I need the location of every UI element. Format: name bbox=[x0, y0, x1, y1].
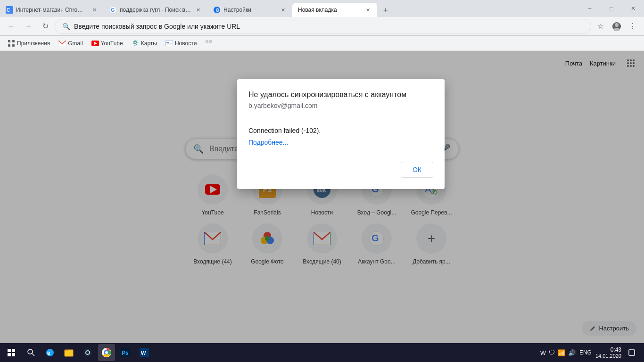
svg-rect-59 bbox=[65, 350, 68, 351]
taskbar-system-icons: W 🛡 📶 🔊 bbox=[540, 349, 576, 356]
dialog-ok-button[interactable]: ОК bbox=[401, 162, 433, 178]
svg-point-54 bbox=[28, 349, 33, 354]
tab-title-4: Новая вкладка bbox=[298, 7, 361, 13]
taskbar-clock: 0:43 14.01.2020 bbox=[595, 346, 621, 359]
svg-text:e: e bbox=[47, 350, 50, 356]
svg-rect-19 bbox=[166, 42, 169, 43]
bookmark-news-label: Новости bbox=[175, 40, 197, 47]
tab-favicon-1: C bbox=[6, 6, 13, 14]
more-menu-icon[interactable]: ⋮ bbox=[625, 19, 640, 34]
taskbar-steam-icon[interactable] bbox=[79, 344, 96, 361]
notification-center-icon[interactable] bbox=[623, 344, 640, 361]
dialog-learn-more-link[interactable]: Подробнее... bbox=[248, 139, 288, 146]
new-tab-button[interactable]: + bbox=[379, 4, 392, 17]
taskbar-explorer-icon[interactable] bbox=[60, 344, 77, 361]
bookmark-maps[interactable]: Карты bbox=[128, 38, 161, 49]
svg-rect-21 bbox=[166, 44, 171, 45]
browser-window: C Интернет-магазин Chrome - Ра... ✕ G по… bbox=[0, 0, 644, 343]
svg-rect-11 bbox=[8, 44, 10, 47]
taskbar-lang: ENG bbox=[579, 349, 592, 356]
tab-close-3[interactable]: ✕ bbox=[279, 6, 287, 14]
bookmark-maps-label: Карты bbox=[141, 40, 157, 47]
word-icon: W bbox=[540, 349, 546, 356]
bookmark-gmail[interactable]: Gmail bbox=[55, 38, 86, 49]
svg-rect-10 bbox=[12, 40, 15, 42]
window-controls: – □ ✕ bbox=[579, 0, 644, 17]
taskbar-time: 0:43 bbox=[611, 346, 621, 353]
taskbar-right: W 🛡 📶 🔊 ENG 0:43 14.01.2020 bbox=[537, 344, 644, 361]
new-tab-content: Почта Картинки G o o g bbox=[0, 51, 644, 343]
bookmark-star-icon[interactable]: ☆ bbox=[593, 19, 608, 34]
svg-rect-9 bbox=[8, 40, 10, 42]
toolbar-actions: ☆ ⋮ bbox=[593, 19, 640, 34]
address-text: Введите поисковый запрос в Google или ук… bbox=[74, 23, 584, 30]
tab-title-1: Интернет-магазин Chrome - Ра... bbox=[16, 7, 88, 13]
svg-text:⚙: ⚙ bbox=[215, 8, 220, 13]
bookmark-gmail-label: Gmail bbox=[68, 40, 83, 47]
virus-icon: 🛡 bbox=[549, 349, 555, 356]
svg-point-62 bbox=[86, 351, 89, 354]
svg-point-65 bbox=[105, 351, 108, 354]
windows-start-button[interactable] bbox=[2, 343, 21, 362]
minimize-button[interactable]: – bbox=[579, 0, 601, 17]
tab-favicon-3: ⚙ bbox=[213, 6, 221, 14]
dialog-email: b.yarbekov@gmail.com bbox=[248, 102, 433, 109]
svg-point-17 bbox=[134, 41, 136, 43]
close-button[interactable]: ✕ bbox=[622, 0, 644, 17]
bookmarks-bar: Приложения Gmail YouTube Карты Новости bbox=[0, 36, 644, 51]
taskbar-chrome-icon[interactable] bbox=[98, 344, 115, 361]
dialog-body: Connection failed (-102). bbox=[248, 127, 433, 134]
reload-button[interactable]: ↻ bbox=[38, 19, 53, 34]
back-button[interactable]: ← bbox=[4, 19, 19, 34]
svg-text:C: C bbox=[7, 8, 10, 13]
tab-3[interactable]: ⚙ Настройки ✕ bbox=[207, 3, 292, 17]
volume-icon: 🔊 bbox=[568, 349, 576, 356]
network-icon: 📶 bbox=[558, 349, 565, 356]
dialog-title: Не удалось синхронизироваться с аккаунто… bbox=[248, 90, 433, 99]
taskbar-search-icon[interactable] bbox=[23, 344, 40, 361]
tab-1[interactable]: C Интернет-магазин Chrome - Ра... ✕ bbox=[0, 3, 104, 17]
svg-point-7 bbox=[615, 23, 619, 27]
forward-button[interactable]: → bbox=[21, 19, 36, 34]
svg-rect-20 bbox=[166, 43, 172, 44]
tab-title-2: поддержка гугл - Поиск в Goog... bbox=[120, 7, 191, 13]
svg-text:Ps: Ps bbox=[122, 350, 129, 356]
taskbar-date: 14.01.2020 bbox=[595, 353, 621, 359]
svg-text:W: W bbox=[141, 350, 146, 356]
svg-rect-70 bbox=[629, 350, 635, 355]
windows-logo bbox=[8, 349, 15, 356]
tab-close-2[interactable]: ✕ bbox=[194, 6, 202, 14]
address-bar-row: ← → ↻ 🔍 Введите поисковый запрос в Googl… bbox=[0, 17, 644, 36]
svg-text:G: G bbox=[111, 7, 115, 13]
taskbar-left: e Ps W bbox=[0, 343, 155, 362]
bookmark-youtube[interactable]: YouTube bbox=[88, 38, 127, 49]
tab-2[interactable]: G поддержка гугл - Поиск в Goog... ✕ bbox=[104, 3, 207, 17]
taskbar: e Ps W bbox=[0, 343, 644, 362]
tab-close-4[interactable]: ✕ bbox=[364, 6, 372, 14]
tab-4-active[interactable]: Новая вкладка ✕ bbox=[292, 3, 377, 17]
bookmark-more[interactable] bbox=[201, 38, 216, 49]
tab-title-3: Настройки bbox=[223, 7, 276, 13]
bookmark-youtube-label: YouTube bbox=[101, 40, 123, 47]
dialog-overlay: Не удалось синхронизироваться с аккаунто… bbox=[0, 51, 644, 343]
bookmark-apps[interactable]: Приложения bbox=[4, 38, 54, 49]
sync-error-dialog: Не удалось синхронизироваться с аккаунто… bbox=[237, 79, 445, 189]
svg-rect-22 bbox=[206, 40, 208, 43]
tab-close-1[interactable]: ✕ bbox=[91, 6, 98, 14]
taskbar-other-icon[interactable]: W bbox=[136, 344, 153, 361]
dialog-actions: ОК bbox=[248, 162, 433, 178]
dialog-divider bbox=[237, 119, 445, 119]
address-input[interactable]: 🔍 Введите поисковый запрос в Google или … bbox=[55, 19, 591, 34]
tab-favicon-2: G bbox=[109, 6, 117, 14]
taskbar-photoshop-icon[interactable]: Ps bbox=[117, 344, 134, 361]
svg-line-55 bbox=[32, 354, 34, 356]
tab-bar: C Интернет-магазин Chrome - Ра... ✕ G по… bbox=[0, 0, 644, 17]
account-icon[interactable] bbox=[609, 19, 624, 34]
svg-rect-12 bbox=[12, 44, 15, 47]
svg-rect-23 bbox=[209, 40, 212, 43]
bookmark-news[interactable]: Новости bbox=[162, 38, 200, 49]
taskbar-ie-icon[interactable]: e bbox=[41, 344, 58, 361]
restore-button[interactable]: □ bbox=[601, 0, 622, 17]
address-search-icon: 🔍 bbox=[62, 23, 70, 30]
bookmark-apps-label: Приложения bbox=[17, 40, 50, 47]
